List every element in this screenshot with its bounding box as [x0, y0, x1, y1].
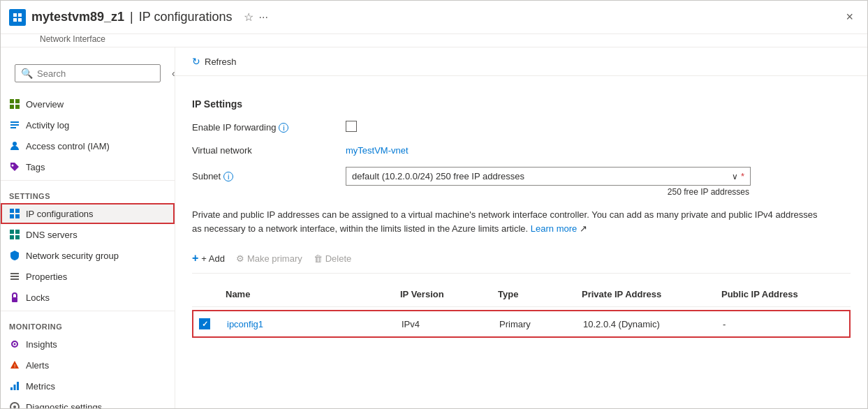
subnet-row: Subnet i default (10.2.0.0/24) 250 free …	[192, 167, 851, 197]
sidebar-item-tags[interactable]: Tags	[1, 156, 175, 177]
sidebar-item-insights[interactable]: Insights	[1, 334, 175, 355]
row-checkbox[interactable]	[199, 318, 210, 329]
close-button[interactable]: ×	[840, 7, 859, 27]
content-area: ↻ Refresh IP Settings Enable IP forwardi…	[175, 47, 867, 408]
settings-section-label: Settings	[1, 184, 175, 203]
sidebar-item-alerts[interactable]: ! Alerts	[1, 355, 175, 375]
learn-more-link[interactable]: Learn more	[531, 223, 577, 234]
delete-icon: 🗑	[314, 253, 323, 264]
svg-rect-9	[10, 124, 19, 126]
virtual-network-row: Virtual network myTestVM-vnet	[192, 145, 851, 156]
delete-button[interactable]: 🗑 Delete	[314, 251, 352, 267]
table-header-public-ip: Public IP Address	[716, 286, 841, 302]
add-button[interactable]: + + Add	[192, 249, 225, 267]
svg-rect-17	[10, 230, 14, 234]
sidebar-item-overview[interactable]: Overview	[1, 94, 175, 114]
svg-rect-19	[10, 235, 14, 239]
virtual-network-value: myTestVM-vnet	[346, 145, 851, 156]
sidebar-item-metrics[interactable]: Metrics	[1, 375, 175, 396]
alerts-label: Alerts	[26, 360, 49, 371]
row-ip-version-cell: IPv4	[396, 316, 494, 332]
subnet-hint: 250 free IP addresses	[346, 187, 751, 197]
title-divider: |	[130, 10, 133, 24]
sidebar-item-diagnostic-settings[interactable]: Diagnostic settings	[1, 396, 175, 408]
tags-label: Tags	[26, 162, 45, 172]
sidebar-item-activity-log[interactable]: Activity log	[1, 114, 175, 135]
sidebar-item-ip-configurations[interactable]: IP configurations	[1, 203, 175, 224]
diagnostic-settings-label: Diagnostic settings	[26, 402, 102, 409]
diagnostic-settings-icon	[9, 401, 20, 408]
insights-label: Insights	[26, 339, 57, 350]
svg-rect-20	[15, 235, 20, 239]
search-input[interactable]	[37, 68, 154, 79]
tags-icon	[9, 161, 20, 172]
refresh-button[interactable]: ↻ Refresh	[192, 53, 237, 70]
virtual-network-link[interactable]: myTestVM-vnet	[346, 145, 409, 156]
favorite-icon[interactable]: ☆	[244, 10, 253, 24]
refresh-icon: ↻	[192, 56, 200, 67]
sidebar-item-network-security-group[interactable]: Network security group	[1, 245, 175, 266]
dns-servers-icon	[9, 229, 20, 240]
ip-settings-heading: IP Settings	[192, 98, 851, 110]
title-bar: mytestvm89_z1 | IP configurations ☆ ··· …	[1, 1, 867, 34]
enable-ip-forwarding-value	[346, 121, 851, 134]
table-header-name: Name	[220, 286, 395, 302]
make-primary-label: Make primary	[247, 253, 302, 264]
sidebar-item-access-control[interactable]: Access control (IAM)	[1, 135, 175, 156]
activity-log-icon	[9, 119, 20, 131]
svg-text:!: !	[14, 363, 15, 369]
subnet-dropdown-text: default (10.2.0.0/24) 250 free IP addres…	[352, 171, 726, 181]
svg-rect-23	[10, 278, 19, 280]
svg-rect-18	[15, 230, 20, 234]
svg-rect-16	[15, 214, 20, 218]
ip-forwarding-info-icon[interactable]: i	[279, 123, 288, 133]
svg-rect-0	[13, 13, 17, 17]
overview-label: Overview	[26, 99, 64, 110]
row-public-ip-cell: -	[717, 316, 843, 332]
table-header-private-ip: Private IP Address	[576, 286, 716, 302]
sidebar-item-locks[interactable]: Locks	[1, 287, 175, 308]
svg-rect-29	[14, 385, 16, 390]
enable-ip-forwarding-label: Enable IP forwarding i	[192, 122, 346, 133]
alerts-icon: !	[9, 359, 20, 371]
sidebar-item-dns-servers[interactable]: DNS servers	[1, 224, 175, 245]
table-header: Name IP Version Type Private IP Address …	[192, 282, 851, 307]
more-icon[interactable]: ···	[259, 11, 268, 24]
svg-rect-7	[15, 105, 20, 109]
table-row: ipconfig1 IPv4 Primary 10.2.0.4 (Dynamic…	[192, 310, 851, 338]
add-label: + Add	[201, 253, 225, 264]
access-control-label: Access control (IAM)	[26, 141, 110, 151]
make-primary-button[interactable]: ⚙ Make primary	[236, 251, 302, 267]
required-star: *	[741, 171, 744, 181]
network-security-group-icon	[9, 250, 20, 261]
row-checkbox-cell[interactable]	[193, 315, 221, 332]
ip-forwarding-checkbox[interactable]	[346, 121, 357, 132]
overview-icon	[9, 98, 20, 110]
search-icon: 🔍	[21, 68, 33, 79]
svg-rect-21	[10, 273, 19, 274]
access-control-icon	[9, 140, 20, 151]
virtual-network-label: Virtual network	[192, 145, 346, 156]
content-inner: IP Settings Enable IP forwarding i Virtu…	[175, 76, 867, 352]
activity-log-label: Activity log	[26, 120, 69, 131]
svg-point-26	[14, 343, 16, 345]
page-title: IP configurations	[139, 10, 233, 24]
svg-rect-4	[10, 99, 14, 103]
svg-rect-6	[10, 105, 14, 109]
row-type-cell: Primary	[494, 316, 578, 332]
table-header-checkbox-col	[192, 286, 220, 302]
ip-configurations-label: IP configurations	[26, 209, 94, 219]
svg-point-12	[12, 165, 14, 167]
svg-rect-5	[15, 99, 20, 103]
ip-table: Name IP Version Type Private IP Address …	[192, 282, 851, 338]
subnet-dropdown[interactable]: default (10.2.0.0/24) 250 free IP addres…	[346, 167, 751, 186]
row-name-cell[interactable]: ipconfig1	[221, 316, 396, 332]
ip-configurations-icon	[9, 208, 20, 219]
dns-servers-label: DNS servers	[26, 230, 78, 240]
sidebar-item-properties[interactable]: Properties	[1, 266, 175, 287]
row-private-ip-cell: 10.2.0.4 (Dynamic)	[578, 316, 717, 332]
insights-icon	[9, 339, 20, 350]
search-box[interactable]: 🔍	[15, 64, 161, 82]
toolbar: ↻ Refresh	[175, 47, 867, 76]
subnet-info-icon[interactable]: i	[223, 172, 233, 181]
